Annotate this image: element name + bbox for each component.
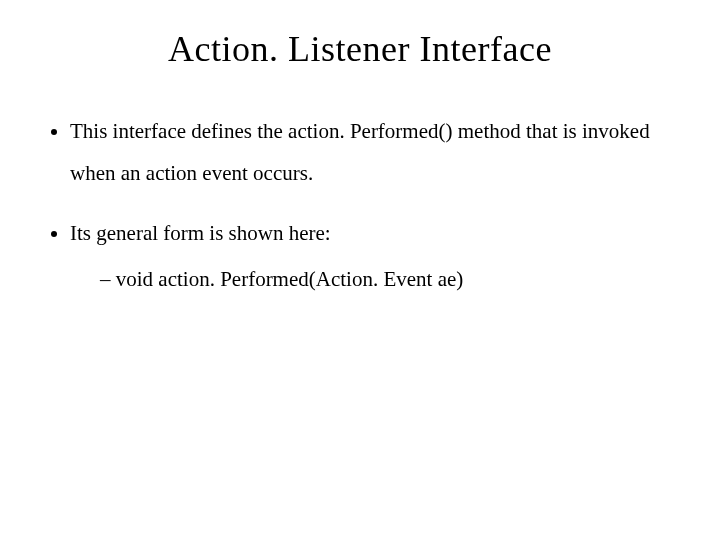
bullet-item-2-text: Its general form is shown here: xyxy=(70,221,331,245)
slide-title: Action. Listener Interface xyxy=(40,28,680,70)
bullet-list: This interface defines the action. Perfo… xyxy=(40,110,680,300)
sub-bullet-item-1: void action. Performed(Action. Event ae) xyxy=(100,258,680,300)
bullet-item-1: This interface defines the action. Perfo… xyxy=(70,110,680,194)
sub-bullet-list: void action. Performed(Action. Event ae) xyxy=(70,258,680,300)
slide: Action. Listener Interface This interfac… xyxy=(0,0,720,540)
bullet-item-2: Its general form is shown here: void act… xyxy=(70,212,680,300)
